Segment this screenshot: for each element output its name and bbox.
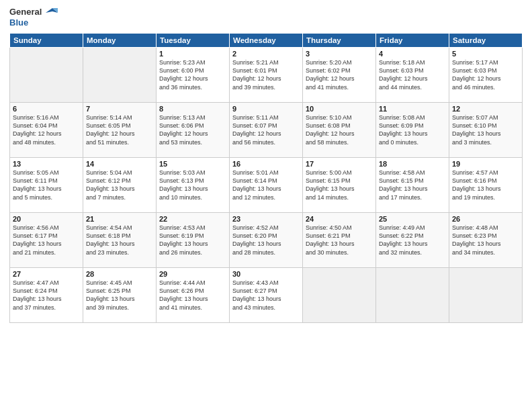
- day-number: 1: [159, 50, 226, 58]
- day-info: Sunrise: 5:14 AM Sunset: 6:05 PM Dayligh…: [86, 113, 153, 146]
- calendar-cell: 18Sunrise: 4:58 AM Sunset: 6:15 PM Dayli…: [376, 158, 449, 213]
- day-info: Sunrise: 4:49 AM Sunset: 6:22 PM Dayligh…: [379, 224, 446, 257]
- day-info: Sunrise: 5:01 AM Sunset: 6:14 PM Dayligh…: [232, 169, 300, 201]
- calendar-table: SundayMondayTuesdayWednesdayThursdayFrid…: [9, 33, 523, 323]
- day-number: 18: [379, 160, 446, 168]
- day-info: Sunrise: 5:11 AM Sunset: 6:07 PM Dayligh…: [232, 113, 300, 146]
- day-info: Sunrise: 4:57 AM Sunset: 6:16 PM Dayligh…: [452, 169, 519, 201]
- day-number: 27: [13, 270, 80, 278]
- day-number: 5: [452, 50, 519, 58]
- logo-bird-icon: [46, 8, 58, 17]
- day-number: 24: [306, 215, 373, 223]
- day-info: Sunrise: 5:21 AM Sunset: 6:01 PM Dayligh…: [232, 58, 300, 91]
- day-number: 26: [452, 215, 519, 223]
- week-row-1: 1Sunrise: 5:23 AM Sunset: 6:00 PM Daylig…: [10, 48, 523, 103]
- day-info: Sunrise: 5:16 AM Sunset: 6:04 PM Dayligh…: [13, 113, 80, 146]
- week-row-4: 20Sunrise: 4:56 AM Sunset: 6:17 PM Dayli…: [10, 213, 523, 268]
- day-info: Sunrise: 4:44 AM Sunset: 6:26 PM Dayligh…: [159, 279, 226, 312]
- day-info: Sunrise: 5:03 AM Sunset: 6:13 PM Dayligh…: [159, 169, 226, 201]
- day-info: Sunrise: 5:20 AM Sunset: 6:02 PM Dayligh…: [306, 58, 373, 91]
- calendar-cell: 2Sunrise: 5:21 AM Sunset: 6:01 PM Daylig…: [230, 48, 303, 103]
- day-number: 7: [86, 105, 153, 113]
- day-info: Sunrise: 4:50 AM Sunset: 6:21 PM Dayligh…: [306, 224, 373, 257]
- calendar-cell: 10Sunrise: 5:10 AM Sunset: 6:08 PM Dayli…: [303, 103, 376, 158]
- day-number: 6: [13, 105, 80, 113]
- weekday-header-saturday: Saturday: [449, 34, 523, 48]
- day-number: 21: [86, 215, 153, 223]
- weekday-header-row: SundayMondayTuesdayWednesdayThursdayFrid…: [10, 34, 523, 48]
- day-info: Sunrise: 4:45 AM Sunset: 6:25 PM Dayligh…: [86, 279, 153, 312]
- day-number: 30: [232, 270, 300, 278]
- calendar-cell: 3Sunrise: 5:20 AM Sunset: 6:02 PM Daylig…: [303, 48, 376, 103]
- day-number: 12: [452, 105, 519, 113]
- calendar-cell: 9Sunrise: 5:11 AM Sunset: 6:07 PM Daylig…: [230, 103, 303, 158]
- day-number: 19: [452, 160, 519, 168]
- day-number: 20: [13, 215, 80, 223]
- day-info: Sunrise: 5:23 AM Sunset: 6:00 PM Dayligh…: [159, 58, 226, 91]
- day-number: 15: [159, 160, 226, 168]
- day-number: 9: [232, 105, 300, 113]
- page-header: General Blue: [9, 7, 523, 28]
- day-info: Sunrise: 5:07 AM Sunset: 6:10 PM Dayligh…: [452, 113, 519, 146]
- day-info: Sunrise: 4:56 AM Sunset: 6:17 PM Dayligh…: [13, 224, 80, 257]
- calendar-cell: [449, 268, 523, 323]
- calendar-cell: 1Sunrise: 5:23 AM Sunset: 6:00 PM Daylig…: [157, 48, 230, 103]
- calendar-cell: 7Sunrise: 5:14 AM Sunset: 6:05 PM Daylig…: [83, 103, 157, 158]
- logo: General Blue: [9, 7, 58, 28]
- day-info: Sunrise: 5:00 AM Sunset: 6:15 PM Dayligh…: [306, 169, 373, 201]
- calendar-cell: [303, 268, 376, 323]
- day-number: 4: [379, 50, 446, 58]
- calendar-cell: 14Sunrise: 5:04 AM Sunset: 6:12 PM Dayli…: [83, 158, 157, 213]
- calendar-cell: 8Sunrise: 5:13 AM Sunset: 6:06 PM Daylig…: [157, 103, 230, 158]
- calendar-cell: 19Sunrise: 4:57 AM Sunset: 6:16 PM Dayli…: [449, 158, 523, 213]
- calendar-cell: 13Sunrise: 5:05 AM Sunset: 6:11 PM Dayli…: [10, 158, 83, 213]
- day-info: Sunrise: 4:47 AM Sunset: 6:24 PM Dayligh…: [13, 279, 80, 312]
- day-info: Sunrise: 4:52 AM Sunset: 6:20 PM Dayligh…: [232, 224, 300, 257]
- day-number: 3: [306, 50, 373, 58]
- day-info: Sunrise: 4:53 AM Sunset: 6:19 PM Dayligh…: [159, 224, 226, 257]
- calendar-cell: 24Sunrise: 4:50 AM Sunset: 6:21 PM Dayli…: [303, 213, 376, 268]
- calendar-cell: 28Sunrise: 4:45 AM Sunset: 6:25 PM Dayli…: [83, 268, 157, 323]
- day-number: 8: [159, 105, 226, 113]
- calendar-cell: 20Sunrise: 4:56 AM Sunset: 6:17 PM Dayli…: [10, 213, 83, 268]
- day-number: 25: [379, 215, 446, 223]
- weekday-header-sunday: Sunday: [10, 34, 83, 48]
- day-info: Sunrise: 5:13 AM Sunset: 6:06 PM Dayligh…: [159, 113, 226, 146]
- calendar-cell: 16Sunrise: 5:01 AM Sunset: 6:14 PM Dayli…: [230, 158, 303, 213]
- day-info: Sunrise: 5:08 AM Sunset: 6:09 PM Dayligh…: [379, 113, 446, 146]
- weekday-header-tuesday: Tuesday: [157, 34, 230, 48]
- day-number: 28: [86, 270, 153, 278]
- day-info: Sunrise: 5:04 AM Sunset: 6:12 PM Dayligh…: [86, 169, 153, 201]
- calendar-cell: 11Sunrise: 5:08 AM Sunset: 6:09 PM Dayli…: [376, 103, 449, 158]
- calendar-cell: 26Sunrise: 4:48 AM Sunset: 6:23 PM Dayli…: [449, 213, 523, 268]
- calendar-cell: 12Sunrise: 5:07 AM Sunset: 6:10 PM Dayli…: [449, 103, 523, 158]
- weekday-header-monday: Monday: [83, 34, 157, 48]
- day-info: Sunrise: 5:17 AM Sunset: 6:03 PM Dayligh…: [452, 58, 519, 91]
- day-info: Sunrise: 4:54 AM Sunset: 6:18 PM Dayligh…: [86, 224, 153, 257]
- day-number: 22: [159, 215, 226, 223]
- day-number: 13: [13, 160, 80, 168]
- day-number: 29: [159, 270, 226, 278]
- weekday-header-friday: Friday: [376, 34, 449, 48]
- calendar-cell: 22Sunrise: 4:53 AM Sunset: 6:19 PM Dayli…: [157, 213, 230, 268]
- day-number: 10: [306, 105, 373, 113]
- calendar-cell: 30Sunrise: 4:43 AM Sunset: 6:27 PM Dayli…: [230, 268, 303, 323]
- calendar-cell: 15Sunrise: 5:03 AM Sunset: 6:13 PM Dayli…: [157, 158, 230, 213]
- weekday-header-wednesday: Wednesday: [230, 34, 303, 48]
- calendar-cell: 23Sunrise: 4:52 AM Sunset: 6:20 PM Dayli…: [230, 213, 303, 268]
- day-info: Sunrise: 4:43 AM Sunset: 6:27 PM Dayligh…: [232, 279, 300, 312]
- calendar-cell: 25Sunrise: 4:49 AM Sunset: 6:22 PM Dayli…: [376, 213, 449, 268]
- calendar-cell: 21Sunrise: 4:54 AM Sunset: 6:18 PM Dayli…: [83, 213, 157, 268]
- logo-text: General Blue: [9, 7, 58, 28]
- day-number: 11: [379, 105, 446, 113]
- week-row-2: 6Sunrise: 5:16 AM Sunset: 6:04 PM Daylig…: [10, 103, 523, 158]
- calendar-cell: 5Sunrise: 5:17 AM Sunset: 6:03 PM Daylig…: [449, 48, 523, 103]
- day-number: 17: [306, 160, 373, 168]
- day-number: 2: [232, 50, 300, 58]
- day-info: Sunrise: 4:48 AM Sunset: 6:23 PM Dayligh…: [452, 224, 519, 257]
- calendar-cell: [10, 48, 83, 103]
- day-info: Sunrise: 5:18 AM Sunset: 6:03 PM Dayligh…: [379, 58, 446, 91]
- day-info: Sunrise: 4:58 AM Sunset: 6:15 PM Dayligh…: [379, 169, 446, 201]
- calendar-cell: 6Sunrise: 5:16 AM Sunset: 6:04 PM Daylig…: [10, 103, 83, 158]
- calendar-cell: 17Sunrise: 5:00 AM Sunset: 6:15 PM Dayli…: [303, 158, 376, 213]
